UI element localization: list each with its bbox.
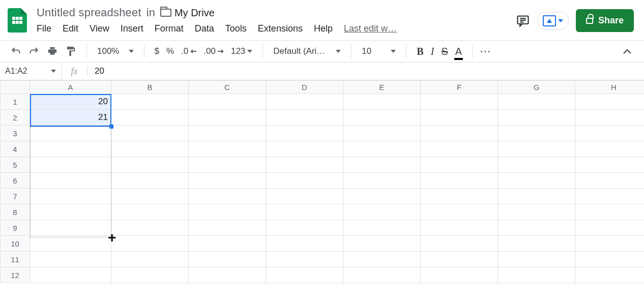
cell-A5[interactable] [30,157,111,173]
cell-H6[interactable] [575,173,645,189]
cell-A11[interactable] [30,252,111,267]
cell-F5[interactable] [421,157,498,173]
row-header-5[interactable]: 5 [1,157,30,173]
row-header-3[interactable]: 3 [1,126,30,141]
cell-G11[interactable] [498,252,575,267]
cell-E9[interactable] [343,220,421,236]
cell-H2[interactable] [575,110,645,126]
cell-D6[interactable] [266,173,343,189]
row-header-2[interactable]: 2 [1,110,30,126]
font-dropdown[interactable]: Default (Ari… [273,46,341,57]
cell-D2[interactable] [266,110,343,126]
cell-H7[interactable] [575,189,645,204]
cell-H10[interactable] [575,236,645,252]
cell-A7[interactable] [30,189,111,204]
undo-button[interactable] [10,46,21,56]
cell-E5[interactable] [343,157,421,173]
cell-F1[interactable] [421,94,498,110]
cell-F6[interactable] [421,173,498,189]
cell-D7[interactable] [266,189,343,204]
menu-file[interactable]: File [37,23,51,34]
cell-H3[interactable] [575,126,645,141]
cell-F4[interactable] [421,141,498,157]
cell-E10[interactable] [343,236,421,252]
cell-E7[interactable] [343,189,421,204]
format-currency-button[interactable]: $ [155,46,159,56]
print-button[interactable] [47,46,58,57]
cell-A10[interactable] [30,236,111,252]
cell-C7[interactable] [189,189,266,204]
cell-F12[interactable] [421,267,498,283]
menu-extensions[interactable]: Extensions [258,23,303,34]
col-header-B[interactable]: B [111,81,189,94]
font-size-dropdown[interactable]: 10 [362,46,396,57]
cell-A6[interactable] [30,173,111,189]
menu-tools[interactable]: Tools [225,23,247,34]
cell-C3[interactable] [189,126,266,141]
row-header-10[interactable]: 10 [1,236,30,252]
more-tools-button[interactable]: ⋯ [480,45,492,58]
cell-B5[interactable] [111,157,189,173]
cell-H12[interactable] [575,267,645,283]
cell-E8[interactable] [343,204,421,220]
cell-C2[interactable] [189,110,266,126]
cell-D12[interactable] [266,267,343,283]
row-header-12[interactable]: 12 [1,267,30,283]
cell-C12[interactable] [189,267,266,283]
paint-format-button[interactable] [65,46,76,57]
cell-D5[interactable] [266,157,343,173]
cell-C5[interactable] [189,157,266,173]
row-header-9[interactable]: 9 [1,220,30,236]
menu-format[interactable]: Format [155,23,184,34]
cell-F7[interactable] [421,189,498,204]
cell-B1[interactable] [111,94,189,110]
fill-handle[interactable] [109,125,113,129]
cell-D11[interactable] [266,252,343,267]
cell-H1[interactable] [575,94,645,110]
cell-G3[interactable] [498,126,575,141]
zoom-dropdown[interactable]: 100% [97,46,134,57]
cell-A9[interactable] [30,220,111,236]
row-header-4[interactable]: 4 [1,141,30,157]
cell-B3[interactable] [111,126,189,141]
cell-C6[interactable] [189,173,266,189]
more-formats-dropdown[interactable]: 123 [231,46,252,56]
cell-G7[interactable] [498,189,575,204]
cell-B12[interactable] [111,267,189,283]
last-edit-link[interactable]: Last edit w… [344,23,397,34]
cell-A8[interactable] [30,204,111,220]
menu-data[interactable]: Data [195,23,214,34]
menu-insert[interactable]: Insert [121,23,143,34]
cell-E2[interactable] [343,110,421,126]
name-box[interactable]: A1:A2 [0,67,61,76]
cell-E3[interactable] [343,126,421,141]
cell-G9[interactable] [498,220,575,236]
cell-B4[interactable] [111,141,189,157]
cell-F2[interactable] [421,110,498,126]
cell-E4[interactable] [343,141,421,157]
col-header-A[interactable]: A [30,81,111,94]
cell-C9[interactable] [189,220,266,236]
strikethrough-button[interactable]: S [441,46,448,57]
cell-F10[interactable] [421,236,498,252]
cell-B9[interactable] [111,220,189,236]
cell-C8[interactable] [189,204,266,220]
cell-H9[interactable] [575,220,645,236]
folder-location[interactable]: My Drive [160,7,215,19]
cell-E11[interactable] [343,252,421,267]
sheets-logo[interactable] [5,6,30,35]
col-header-C[interactable]: C [189,81,266,94]
cell-H8[interactable] [575,204,645,220]
cell-B6[interactable] [111,173,189,189]
cell-H4[interactable] [575,141,645,157]
cell-G8[interactable] [498,204,575,220]
cell-F3[interactable] [421,126,498,141]
cell-D4[interactable] [266,141,343,157]
col-header-H[interactable]: H [575,81,645,94]
cell-E6[interactable] [343,173,421,189]
cell-B8[interactable] [111,204,189,220]
cell-C4[interactable] [189,141,266,157]
cell-F11[interactable] [421,252,498,267]
row-header-7[interactable]: 7 [1,189,30,204]
col-header-F[interactable]: F [421,81,498,94]
